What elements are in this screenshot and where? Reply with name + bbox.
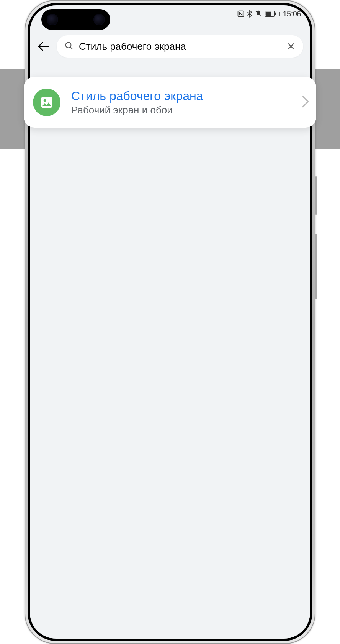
back-button[interactable] <box>33 36 54 57</box>
wallpaper-icon <box>33 89 60 116</box>
bluetooth-icon <box>247 10 252 18</box>
battery-divider-icon: ı <box>278 10 280 18</box>
side-button-2 <box>315 234 317 299</box>
svg-rect-10 <box>41 97 52 108</box>
camera-pill <box>41 9 110 30</box>
clear-search-button[interactable] <box>286 42 296 51</box>
search-field-container[interactable] <box>57 35 303 58</box>
svg-point-11 <box>44 99 46 102</box>
close-icon <box>286 42 296 51</box>
chevron-right-icon <box>302 95 309 110</box>
search-result-home-style[interactable]: Стиль рабочего экрана Рабочий экран и об… <box>33 88 309 116</box>
clock: 15:06 <box>283 10 301 18</box>
battery-icon <box>265 11 276 17</box>
search-results-card: Стиль рабочего экрана Рабочий экран и об… <box>24 77 316 128</box>
svg-rect-4 <box>275 12 276 15</box>
mute-icon <box>255 10 262 18</box>
result-title: Стиль рабочего экрана <box>71 88 291 104</box>
nfc-icon <box>237 10 245 18</box>
camera-lens <box>47 14 58 25</box>
search-header <box>30 32 310 61</box>
svg-line-7 <box>70 47 72 49</box>
search-input[interactable] <box>79 41 281 53</box>
search-icon <box>64 41 74 52</box>
result-subtitle: Рабочий экран и обои <box>71 104 291 116</box>
svg-rect-3 <box>266 12 271 16</box>
side-button-1 <box>315 176 317 215</box>
arrow-left-icon <box>36 39 50 53</box>
camera-lens <box>93 14 105 25</box>
